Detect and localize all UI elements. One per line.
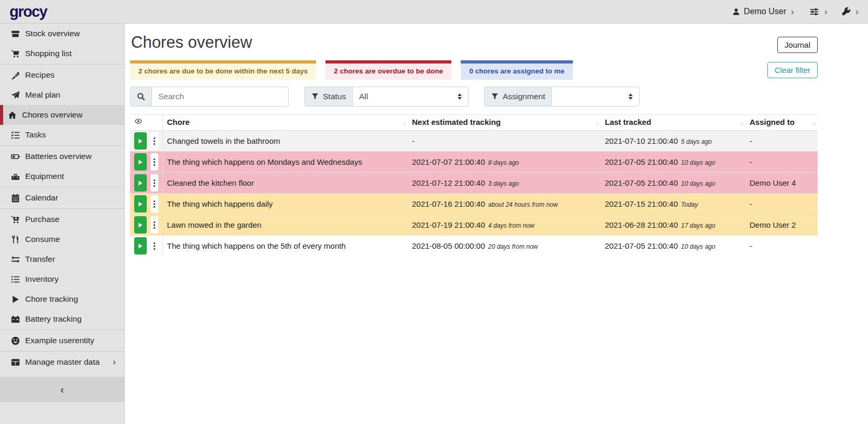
last-tracked-cell: 2021-07-05 21:00:4010 days ago	[601, 152, 745, 173]
time-ago: 3 days ago	[488, 180, 519, 187]
track-chore-button[interactable]	[134, 195, 147, 213]
sidebar-item-transfer[interactable]: Transfer	[0, 249, 124, 269]
grocy-logo[interactable]: grocy	[9, 4, 47, 19]
sidebar-item-label: Recipes	[25, 70, 55, 80]
sidebar-item-calendar[interactable]: Calendar	[0, 188, 124, 208]
sidebar-item-label: Consume	[25, 235, 60, 244]
sidebar-item-meal-plan[interactable]: Meal plan	[0, 85, 124, 105]
row-menu-button[interactable]	[150, 132, 158, 150]
sidebar-item-batteries-overview[interactable]: Batteries overview	[0, 146, 124, 166]
top-navbar: grocy Demo User › › ›	[0, 0, 868, 24]
exchange-arrows-icon	[10, 255, 20, 264]
row-menu-button[interactable]	[150, 174, 158, 192]
home-icon	[7, 111, 17, 120]
next-tracking-cell: 2021-07-07 21:00:408 days ago	[408, 152, 601, 173]
assigned-to-cell: -	[745, 236, 818, 257]
chevron-right-icon: ›	[855, 7, 859, 16]
sidebar-item-label: Manage master data	[25, 357, 100, 367]
sidebar-item-shopping-list[interactable]: Shopping list	[0, 44, 124, 63]
assigned-to-cell: -	[745, 194, 818, 215]
next-tracking-cell: 2021-07-16 21:00:40about 24 hours from n…	[408, 194, 601, 215]
track-chore-button[interactable]	[134, 153, 147, 171]
sidebar-item-label: Inventory	[25, 274, 59, 284]
sidebar-item-label: Equipment	[25, 172, 64, 181]
search-input[interactable]	[151, 87, 289, 107]
time-ago: about 24 hours from now	[488, 201, 558, 208]
row-menu-button[interactable]	[150, 195, 158, 213]
track-chore-button[interactable]	[134, 216, 147, 234]
sort-icon: ↑↓	[740, 120, 743, 126]
sidebar-item-chores-overview[interactable]: Chores overview	[0, 105, 124, 125]
filter-chip-overdue[interactable]: 2 chores are overdue to be done	[326, 60, 451, 80]
time-ago: Today	[681, 201, 698, 208]
table-grid-icon	[10, 358, 20, 367]
calendar-icon	[10, 194, 20, 203]
list-icon	[10, 275, 20, 284]
user-icon	[732, 8, 740, 16]
sidebar-divider	[0, 187, 124, 187]
chore-row: The thing which happens on the 5th of ev…	[130, 236, 818, 257]
time-ago: 20 days from now	[488, 243, 538, 250]
time-ago: 17 days ago	[681, 222, 715, 229]
chore-row: Cleaned the kitchen floor 2021-07-12 21:…	[130, 173, 818, 194]
sidebar-divider	[0, 208, 124, 209]
sort-icon: ↑↓	[812, 120, 816, 126]
sidebar-item-inventory[interactable]: Inventory	[0, 269, 124, 289]
filter-chip-due[interactable]: 2 chores are due to be done within the n…	[130, 60, 316, 80]
pizza-slice-icon	[10, 71, 20, 80]
time-ago: 5 days ago	[681, 138, 712, 145]
status-select-value: All	[359, 92, 368, 101]
track-chore-button[interactable]	[134, 174, 147, 192]
navbar-right: Demo User › › ›	[732, 7, 859, 16]
search-group	[130, 87, 289, 107]
row-menu-button[interactable]	[150, 153, 158, 171]
sidebar-item-purchase[interactable]: Purchase	[0, 209, 124, 229]
sidebar-collapse-button[interactable]: ‹	[0, 377, 124, 402]
clear-filter-button[interactable]: Clear filter	[767, 62, 818, 78]
sidebar-item-tasks[interactable]: Tasks	[0, 125, 124, 145]
col-header-chore[interactable]: Chore↑↓	[162, 115, 408, 131]
select-caret-icon	[458, 93, 462, 100]
next-tracking-cell: 2021-08-05 00:00:0020 days from now	[408, 236, 601, 257]
row-menu-button[interactable]	[150, 237, 158, 255]
row-menu-button[interactable]	[150, 216, 158, 234]
track-chore-button[interactable]	[134, 237, 147, 255]
sidebar-item-equipment[interactable]: Equipment	[0, 166, 124, 186]
sidebar-item-stock-overview[interactable]: Stock overview	[0, 24, 124, 44]
chore-name-cell: The thing which happens daily	[162, 194, 408, 215]
col-header-next[interactable]: Next estimated tracking↑↓	[408, 115, 601, 131]
sidebar-divider	[0, 330, 124, 330]
user-menu[interactable]: Demo User ›	[732, 7, 794, 16]
filter-chip-assigned[interactable]: 0 chores are assigned to me	[461, 60, 573, 80]
sidebar-nav: Stock overviewShopping listRecipesMeal p…	[0, 24, 124, 372]
journal-button[interactable]: Journal	[777, 37, 818, 53]
time-ago: 4 days from now	[488, 222, 534, 229]
status-prepend: Status	[305, 87, 352, 107]
sidebar-item-recipes[interactable]: Recipes	[0, 65, 124, 85]
time-ago: 10 days ago	[681, 159, 715, 166]
admin-menu[interactable]: ›	[842, 7, 859, 16]
assignment-select[interactable]	[551, 87, 639, 107]
sidebar-item-consume[interactable]: Consume	[0, 229, 124, 249]
next-tracking-cell: -	[408, 131, 601, 152]
sidebar-item-manage-master-data[interactable]: Manage master data›	[0, 352, 124, 372]
sidebar-item-example-userentity[interactable]: Example userentity	[0, 331, 124, 351]
chore-name-cell: Cleaned the kitchen floor	[162, 173, 408, 194]
chore-row: Lawn mowed in the garden 2021-07-19 21:0…	[130, 215, 818, 236]
status-filter-group: Status All	[305, 87, 469, 107]
last-tracked-cell: 2021-07-05 21:00:4010 days ago	[601, 236, 745, 257]
eye-icon[interactable]	[134, 118, 143, 125]
sidebar-item-label: Meal plan	[25, 90, 60, 100]
sidebar-item-label: Example userentity	[25, 336, 94, 345]
utensils-icon	[10, 235, 20, 244]
track-chore-button[interactable]	[134, 132, 147, 150]
settings-menu[interactable]: ›	[809, 7, 828, 16]
assigned-to-cell: -	[745, 131, 818, 152]
col-header-assigned[interactable]: Assigned to↑↓	[745, 115, 818, 131]
sidebar-item-label: Stock overview	[25, 29, 80, 38]
wrench-icon	[842, 7, 851, 16]
status-select[interactable]: All	[352, 87, 469, 107]
col-header-last[interactable]: Last tracked↑↓	[601, 115, 745, 131]
sidebar-item-battery-tracking[interactable]: Battery tracking	[0, 309, 124, 329]
sidebar-item-chore-tracking[interactable]: Chore tracking	[0, 289, 124, 309]
